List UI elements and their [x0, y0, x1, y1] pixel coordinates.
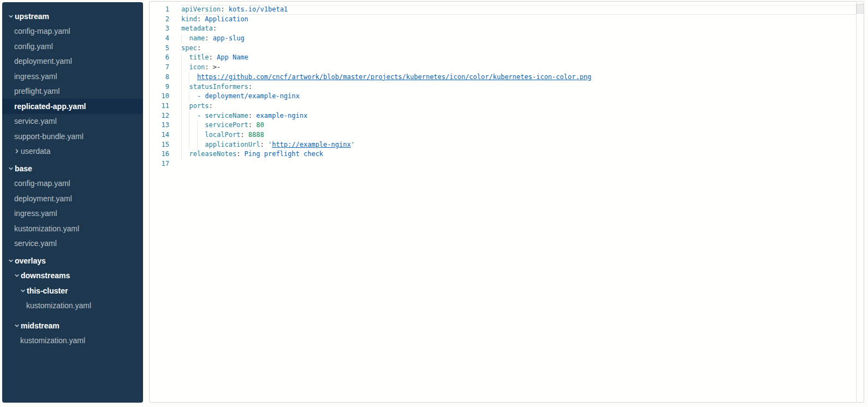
code-token-punct: : — [205, 63, 209, 71]
code-token-punct: : — [209, 53, 213, 61]
indent-guide — [189, 92, 197, 101]
tree-item-label: downstreams — [21, 271, 70, 280]
indent-guide — [181, 34, 189, 44]
code-line-14[interactable]: localPort: 8888 — [181, 130, 856, 140]
tree-item-label: support-bundle.yaml — [14, 132, 84, 141]
sidebar-item-ingress-yaml[interactable]: ingress.yaml — [2, 69, 143, 84]
sidebar-item-replicated-app-yaml[interactable]: replicated-app.yaml — [2, 99, 143, 114]
code-line-5[interactable]: spec: — [181, 44, 856, 53]
code-line-7[interactable]: icon: >- — [181, 63, 856, 73]
sidebar-item-midstream[interactable]: midstream — [2, 318, 143, 333]
indent-guide — [197, 140, 205, 150]
sidebar-item-config-yaml[interactable]: config.yaml — [2, 39, 143, 54]
chevron-down-icon — [14, 323, 21, 328]
code-line-9[interactable]: statusInformers: — [181, 82, 856, 92]
code-token-op: >- — [209, 63, 221, 71]
sidebar-item-kustomization-yaml[interactable]: kustomization.yaml — [2, 333, 143, 349]
line-number: 7 — [150, 63, 169, 73]
sidebar-item-service-yaml[interactable]: service.yaml — [2, 114, 143, 129]
code-line-8[interactable]: https://github.com/cncf/artwork/blob/mas… — [181, 73, 856, 82]
line-number: 10 — [150, 92, 169, 101]
indent-guide — [181, 149, 189, 159]
line-number: 6 — [150, 53, 169, 63]
indent-guide — [181, 82, 189, 92]
tree-item-label: config-map.yaml — [14, 27, 70, 35]
yaml-editor: 1234567891011121314151617 apiVersion: ko… — [149, 1, 864, 403]
tree-item-label: ingress.yaml — [14, 72, 57, 81]
code-line-1[interactable]: apiVersion: kots.io/v1beta1 — [181, 5, 856, 15]
chevron-down-icon — [8, 166, 15, 171]
code-link[interactable]: https://github.com/cncf/artwork/blob/mas… — [197, 73, 591, 81]
sidebar-item-upstream[interactable]: upstream — [2, 9, 143, 24]
code-line-17[interactable] — [181, 159, 856, 169]
code-token-value: app-slug — [209, 34, 245, 42]
tree-item-label: userdata — [21, 147, 50, 155]
code-line-6[interactable]: title: App Name — [181, 53, 856, 63]
code-line-13[interactable]: servicePort: 80 — [181, 121, 856, 130]
editor-scrollbar[interactable] — [856, 2, 864, 402]
sidebar-item-kustomization-yaml[interactable]: kustomization.yaml — [2, 221, 143, 236]
sidebar-item-preflight-yaml[interactable]: preflight.yaml — [2, 84, 143, 99]
line-number: 3 — [150, 24, 169, 34]
file-tree-sidebar: upstreamconfig-map.yamlconfig.yamldeploy… — [2, 2, 143, 403]
code-token-key: apiVersion — [181, 5, 221, 13]
code-token-key: metadata — [181, 25, 213, 32]
indent-guide — [181, 121, 189, 130]
code-token-punct: : — [260, 141, 264, 148]
code-token-punct: : — [209, 102, 213, 110]
sidebar-item-config-map-yaml[interactable]: config-map.yaml — [2, 24, 143, 39]
code-line-12[interactable]: - serviceName: example-nginx — [181, 111, 856, 121]
sidebar-item-kustomization-yaml[interactable]: kustomization.yaml — [2, 298, 143, 314]
line-number: 9 — [150, 82, 169, 92]
tree-item-label: deployment.yaml — [14, 57, 72, 65]
indent-guide — [189, 111, 197, 121]
indent-guide — [181, 130, 189, 140]
line-number: 4 — [150, 34, 169, 44]
tree-item-label: deployment.yaml — [14, 194, 72, 203]
line-number: 11 — [150, 101, 169, 111]
line-number: 8 — [150, 73, 169, 82]
sidebar-item-userdata[interactable]: userdata — [2, 144, 143, 159]
indent-guide — [189, 121, 197, 130]
sidebar-item-overlays[interactable]: overlays — [2, 253, 143, 268]
code-line-2[interactable]: kind: Application — [181, 15, 856, 25]
tree-item-label: config-map.yaml — [14, 179, 70, 188]
code-line-15[interactable]: applicationUrl: 'http://example-nginx' — [181, 140, 856, 150]
sidebar-item-deployment-yaml[interactable]: deployment.yaml — [2, 54, 143, 69]
code-token-key: statusInformers — [189, 83, 248, 91]
tree-item-label: base — [15, 164, 32, 173]
sidebar-item-this-cluster[interactable]: this-cluster — [2, 283, 143, 298]
code-link[interactable]: http://example-nginx — [272, 141, 351, 148]
editor-code-area[interactable]: apiVersion: kots.io/v1beta1kind: Applica… — [181, 2, 856, 402]
chevron-down-icon — [14, 273, 21, 278]
indent-guide — [181, 140, 189, 150]
indent-guide — [181, 92, 189, 101]
code-token-key: applicationUrl — [205, 141, 260, 148]
sidebar-item-downstreams[interactable]: downstreams — [2, 268, 143, 284]
code-token-punct: : — [205, 34, 209, 42]
code-token-value: App Name — [213, 53, 248, 61]
code-token-key: serviceName — [205, 112, 248, 119]
chevron-down-icon — [8, 14, 15, 19]
tree-item-label: kustomization.yaml — [20, 336, 85, 345]
sidebar-item-service-yaml[interactable]: service.yaml — [2, 236, 143, 252]
code-token-key: ports — [189, 102, 209, 110]
indent-guide — [189, 130, 197, 140]
code-line-10[interactable]: - deployment/example-nginx — [181, 92, 856, 101]
indent-guide — [197, 121, 205, 130]
tree-item-label: this-cluster — [27, 286, 68, 295]
sidebar-item-config-map-yaml[interactable]: config-map.yaml — [2, 176, 143, 191]
indent-guide — [181, 73, 189, 82]
sidebar-item-deployment-yaml[interactable]: deployment.yaml — [2, 191, 143, 206]
code-line-4[interactable]: name: app-slug — [181, 34, 856, 44]
sidebar-item-support-bundle-yaml[interactable]: support-bundle.yaml — [2, 129, 143, 144]
chevron-down-icon — [8, 258, 15, 264]
code-line-11[interactable]: ports: — [181, 101, 856, 111]
code-token-key: name — [189, 34, 205, 42]
sidebar-item-base[interactable]: base — [2, 161, 143, 176]
sidebar-item-ingress-yaml[interactable]: ingress.yaml — [2, 206, 143, 222]
tree-item-label: midstream — [21, 321, 60, 330]
code-line-3[interactable]: metadata: — [181, 24, 856, 34]
code-line-16[interactable]: releaseNotes: Ping preflight check — [181, 149, 856, 159]
tree-item-label: ingress.yaml — [14, 209, 57, 218]
